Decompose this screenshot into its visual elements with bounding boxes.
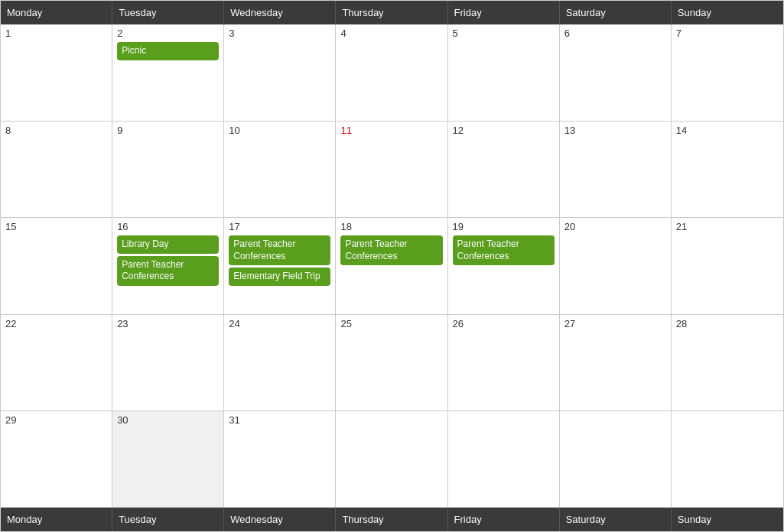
day-number: 27 [564,318,666,329]
day-number: 16 [117,221,219,232]
calendar-event[interactable]: Parent Teacher Conferences [340,235,442,265]
calendar-event[interactable]: Library Day [117,235,219,254]
day-number: 13 [564,125,666,136]
day-number: 24 [229,318,330,329]
day-cell[interactable]: 1 [1,24,112,121]
day-cell[interactable]: 2Picnic [112,24,224,121]
day-number: 25 [340,318,442,329]
calendar-footer: MondayTuesdayWednesdayThursdayFridaySatu… [1,508,783,531]
day-cell[interactable]: 17Parent Teacher ConferencesElementary F… [224,218,336,314]
day-number: 19 [453,221,555,232]
day-number: 31 [229,414,330,426]
day-number: 8 [5,125,107,136]
day-cell[interactable]: 27 [560,315,672,411]
day-number: 17 [229,221,330,232]
header-day-wednesday: Wednesday [224,1,336,24]
footer-day-thursday: Thursday [336,508,447,531]
day-cell[interactable]: 16Library DayParent Teacher Conferences [112,218,224,314]
footer-day-sunday: Sunday [672,508,783,531]
calendar-event[interactable]: Parent Teacher Conferences [117,256,219,286]
footer-day-monday: Monday [1,508,112,531]
day-number: 28 [676,318,779,329]
day-number: 12 [453,125,555,136]
day-cell[interactable]: 26 [448,315,560,411]
day-number: 4 [340,28,442,39]
header-day-thursday: Thursday [336,1,447,24]
day-number: 15 [5,221,107,232]
day-number: 29 [5,414,107,426]
day-number: 26 [453,318,555,329]
day-number: 23 [117,318,219,329]
day-cell[interactable]: 4 [336,24,447,121]
day-cell[interactable]: 23 [112,315,224,411]
day-cell[interactable] [448,411,560,508]
day-cell[interactable]: 7 [672,24,783,121]
day-cell[interactable]: 3 [224,24,336,121]
week-row-2: 891011121314 [1,122,783,219]
week-row-5: 293031 [1,411,783,508]
week-row-1: 12Picnic34567 [1,24,783,122]
day-cell[interactable]: 13 [560,122,672,218]
day-number: 22 [5,318,107,329]
day-number: 3 [229,28,330,39]
day-cell[interactable] [560,411,672,508]
day-number: 7 [676,28,779,39]
day-cell[interactable]: 30 [112,411,224,508]
header-day-friday: Friday [448,1,560,24]
footer-day-friday: Friday [448,508,560,531]
day-cell[interactable]: 19Parent Teacher Conferences [448,218,560,314]
calendar-event[interactable]: Elementary Field Trip [229,268,330,286]
calendar-header: MondayTuesdayWednesdayThursdayFridaySatu… [1,1,783,24]
day-cell[interactable]: 11 [336,122,447,218]
day-cell[interactable]: 12 [448,122,560,218]
header-day-sunday: Sunday [672,1,783,24]
day-number: 14 [676,125,779,136]
day-cell[interactable]: 9 [112,122,224,218]
calendar-event[interactable]: Parent Teacher Conferences [453,235,555,265]
day-cell[interactable]: 8 [1,122,112,218]
day-cell[interactable]: 25 [336,315,447,411]
day-number: 9 [117,125,219,136]
day-cell[interactable]: 15 [1,218,112,314]
calendar-event[interactable]: Parent Teacher Conferences [229,235,330,265]
day-cell[interactable]: 24 [224,315,336,411]
day-cell[interactable]: 18Parent Teacher Conferences [336,218,447,314]
day-number: 2 [117,28,219,39]
day-cell[interactable]: 5 [448,24,560,121]
day-cell[interactable]: 10 [224,122,336,218]
day-cell[interactable]: 14 [672,122,783,218]
calendar-body: 12Picnic345678910111213141516Library Day… [1,24,783,508]
week-row-3: 1516Library DayParent Teacher Conference… [1,218,783,315]
header-day-saturday: Saturday [560,1,672,24]
header-day-tuesday: Tuesday [112,1,224,24]
header-day-monday: Monday [1,1,112,24]
day-cell[interactable]: 6 [560,24,672,121]
day-cell[interactable]: 22 [1,315,112,411]
day-cell[interactable]: 29 [1,411,112,508]
day-cell[interactable] [672,411,783,508]
day-number: 30 [117,414,219,426]
day-cell[interactable]: 28 [672,315,783,411]
day-number: 11 [340,125,442,136]
day-number: 10 [229,125,330,136]
day-number: 6 [564,28,666,39]
day-number: 21 [676,221,779,232]
day-cell[interactable]: 20 [560,218,672,314]
day-number: 5 [453,28,555,39]
day-number: 18 [340,221,442,232]
week-row-4: 22232425262728 [1,315,783,412]
footer-day-wednesday: Wednesday [224,508,336,531]
day-cell[interactable] [336,411,447,508]
footer-day-tuesday: Tuesday [112,508,224,531]
calendar-event[interactable]: Picnic [117,42,219,60]
day-number: 20 [564,221,666,232]
day-number: 1 [5,28,107,39]
day-cell[interactable]: 21 [672,218,783,314]
day-cell[interactable]: 31 [224,411,336,508]
footer-day-saturday: Saturday [560,508,672,531]
calendar: MondayTuesdayWednesdayThursdayFridaySatu… [0,0,784,532]
